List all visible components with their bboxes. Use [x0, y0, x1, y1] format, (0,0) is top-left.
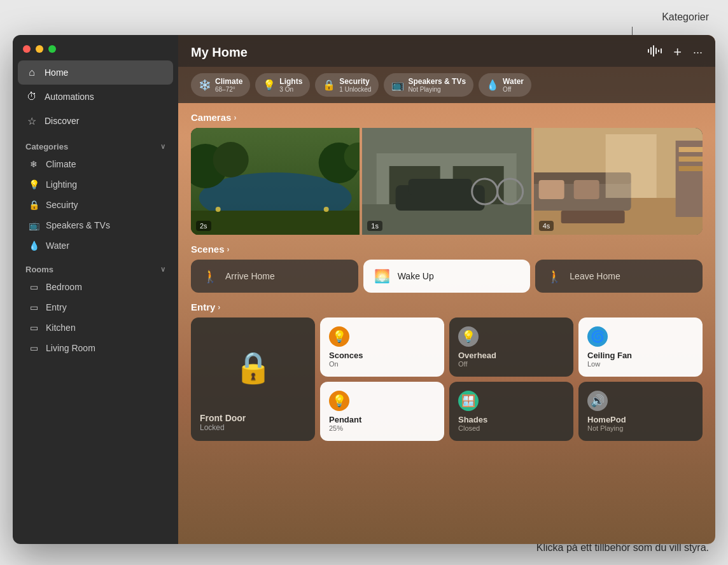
cam1-timer: 2s	[196, 221, 211, 231]
security-pill-label: Security	[339, 77, 371, 86]
shades-card[interactable]: 🪟 Shades Closed	[449, 382, 573, 441]
front-door-card[interactable]: 🔒 Front Door Locked	[191, 317, 315, 441]
climate-pill-text: Climate 68–72°	[215, 77, 242, 93]
lighting-label: Lighting	[46, 179, 77, 190]
cameras-section-header[interactable]: Cameras ›	[191, 103, 703, 128]
ceiling-fan-card[interactable]: 🌀 Ceiling Fan Low	[578, 317, 703, 377]
leave-home-button[interactable]: 🚶 Leave Home	[535, 260, 703, 293]
main-window: ⌂ Home ⏱ Automations ☆ Discover Categori…	[13, 35, 715, 544]
entry-section-header[interactable]: Entry ›	[191, 293, 703, 317]
add-icon[interactable]: +	[673, 44, 682, 60]
sidebar-item-bedroom[interactable]: ▭ Bedroom	[18, 277, 173, 297]
entry-section-label: Entry	[191, 302, 215, 312]
water-pill-sub: Off	[503, 86, 524, 93]
water-pill-label: Water	[503, 77, 524, 86]
close-button[interactable]	[23, 45, 31, 53]
sidebar-item-automations[interactable]: ⏱ Automations	[18, 85, 173, 109]
camera-3[interactable]: 4s	[534, 128, 703, 235]
lock-icon: 🔒	[28, 199, 39, 211]
sidebar-item-discover[interactable]: ☆ Discover	[18, 109, 173, 133]
svg-rect-31	[678, 147, 703, 152]
speakers-label: Speakers & TVs	[46, 220, 110, 230]
svg-rect-4	[658, 50, 659, 52]
sidebar-automations-label: Automations	[45, 92, 94, 102]
svg-rect-2	[653, 45, 654, 57]
lights-pill-text: Lights 3 On	[279, 77, 302, 93]
sidebar-item-speakers[interactable]: 📺 Speakers & TVs	[18, 215, 173, 235]
home-icon: ⌂	[25, 66, 38, 79]
cameras-chevron: ›	[234, 113, 236, 122]
devices-grid: 🔒 Front Door Locked 💡 Sconces On	[191, 317, 703, 441]
sidebar-nav: ⌂ Home ⏱ Automations ☆ Discover Categori…	[13, 60, 178, 544]
climate-icon: ❄	[28, 158, 39, 170]
pendant-name: Pendant	[329, 415, 435, 424]
sidebar-item-entry[interactable]: ▭ Entry	[18, 297, 173, 317]
water-label: Water	[46, 241, 69, 251]
water-icon: 💧	[28, 240, 39, 251]
arrive-icon: 🚶	[201, 269, 219, 284]
sidebar-home-label: Home	[45, 67, 68, 78]
svg-rect-34	[605, 134, 656, 198]
waveform-icon[interactable]	[648, 45, 662, 60]
svg-rect-12	[191, 211, 360, 235]
svg-rect-33	[678, 166, 703, 171]
homepod-icon: 🔊	[587, 391, 608, 411]
arrive-home-button[interactable]: 🚶 Arrive Home	[191, 260, 358, 293]
overhead-icon: 💡	[458, 326, 479, 347]
camera-1[interactable]: 2s	[191, 128, 360, 235]
speakers-pill-icon: 📺	[391, 79, 404, 91]
homepod-card[interactable]: 🔊 HomePod Not Playing	[578, 382, 703, 441]
climate-pill[interactable]: ❄️ Climate 68–72°	[191, 73, 250, 97]
topbar: My Home + ···	[178, 35, 715, 67]
pendant-info: Pendant 25%	[329, 415, 435, 432]
overhead-status: Off	[458, 360, 564, 368]
speakers-pill-text: Speakers & TVs Not Playing	[408, 77, 466, 93]
svg-point-14	[324, 207, 329, 212]
svg-rect-32	[678, 157, 703, 162]
cameras-label: Cameras	[191, 112, 231, 123]
categories-chevron[interactable]: ∨	[160, 143, 165, 151]
page-title: My Home	[191, 45, 248, 60]
speakers-pill[interactable]: 📺 Speakers & TVs Not Playing	[384, 73, 473, 97]
more-icon[interactable]: ···	[693, 46, 703, 59]
sidebar-item-water[interactable]: 💧 Water	[18, 235, 173, 256]
security-pill[interactable]: 🔒 Security 1 Unlocked	[315, 73, 379, 97]
water-pill[interactable]: 💧 Water Off	[479, 73, 531, 97]
lights-pill-sub: 3 On	[279, 86, 302, 93]
svg-rect-29	[573, 180, 599, 199]
lights-pill-label: Lights	[279, 77, 302, 86]
sidebar-item-climate[interactable]: ❄ Climate	[18, 154, 173, 174]
lights-pill[interactable]: 💡 Lights 3 On	[255, 73, 310, 97]
homepod-name: HomePod	[587, 415, 694, 424]
ceiling-fan-name: Ceiling Fan	[587, 351, 694, 360]
sidebar-item-security[interactable]: 🔒 Secuirty	[18, 195, 173, 215]
maximize-button[interactable]	[48, 45, 56, 53]
sidebar-rooms-section: Rooms ∨	[18, 256, 173, 277]
sidebar-discover-label: Discover	[45, 116, 79, 126]
bedroom-icon: ▭	[28, 281, 39, 293]
minimize-button[interactable]	[36, 45, 43, 53]
rooms-label: Rooms	[25, 265, 53, 274]
leave-label: Leave Home	[570, 271, 620, 281]
categories-label: Categories	[25, 142, 68, 151]
front-door-name: Front Door	[200, 413, 306, 423]
sconces-card[interactable]: 💡 Sconces On	[320, 317, 444, 377]
overhead-card[interactable]: 💡 Overhead Off	[449, 317, 573, 377]
sidebar-item-lighting[interactable]: 💡 Lighting	[18, 174, 173, 195]
scenes-section-header[interactable]: Scenes ›	[191, 235, 703, 260]
cameras-grid: 2s	[191, 128, 703, 235]
entry-chevron: ›	[218, 303, 220, 312]
ceiling-fan-icon: 🌀	[587, 326, 608, 347]
sidebar-item-home[interactable]: ⌂ Home	[18, 60, 173, 85]
front-door-info: Front Door Locked	[200, 413, 306, 432]
rooms-chevron[interactable]: ∨	[160, 265, 165, 274]
sidebar-item-living[interactable]: ▭ Living Room	[18, 338, 173, 358]
sidebar-item-kitchen[interactable]: ▭ Kitchen	[18, 317, 173, 338]
kitchen-label: Kitchen	[46, 323, 76, 333]
svg-rect-28	[538, 180, 564, 199]
pendant-card[interactable]: 💡 Pendant 25%	[320, 382, 444, 441]
camera-2[interactable]: 1s	[362, 128, 531, 235]
status-pills: ❄️ Climate 68–72° 💡 Lights 3 On 🔒 Securi…	[178, 67, 715, 103]
security-pill-sub: 1 Unlocked	[339, 86, 371, 93]
wake-up-button[interactable]: 🌅 Wake Up	[363, 260, 531, 293]
